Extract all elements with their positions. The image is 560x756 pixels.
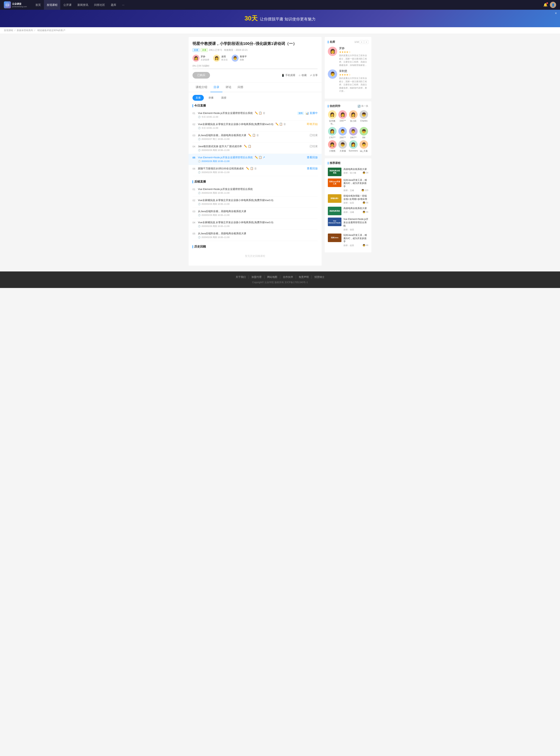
left-content: 明星中教授课，小学阶段语法100分–强化级第1讲动词（一） 直播 录播 246人… <box>188 37 322 265</box>
lesson-today-3-top: 03 从Java后端到全栈，高级电商全栈系统大课 ✏️ 📋 🗑 已结束 <box>193 134 318 137</box>
classmate-5: 👩 1767** <box>328 127 337 139</box>
future-title-5: 从Java后端到全栈，高级电商全栈系统大课 <box>198 232 318 235</box>
user-avatar[interactable]: 👤 <box>550 2 556 8</box>
lesson-icon-edit-6[interactable]: ✏️ <box>246 167 249 170</box>
tab-directory[interactable]: 目录 <box>211 83 222 92</box>
recommend-thumb-1: 高级电商全线系统 <box>328 167 341 176</box>
lesson-icon-edit-2[interactable]: ✏️ <box>275 122 279 126</box>
recommend-6[interactable]: 玩转Java 玩转Java开发工具，精通JUC，成为开发多面手 讲师：佐田 🧑 … <box>328 234 368 247</box>
history-title: 历史回顾 <box>193 245 318 248</box>
nav-news[interactable]: 新闻资讯 <box>75 0 91 10</box>
logo-sub: yunduoketang.com <box>12 6 27 7</box>
teachers-next-button[interactable]: › <box>364 40 368 44</box>
tab-intro[interactable]: 课程介绍 <box>193 83 211 92</box>
phone-watch-link[interactable]: 📱 手机观看 <box>281 74 295 77</box>
lesson-icon-delete-6[interactable]: 🗑 <box>254 167 257 170</box>
tab-comments[interactable]: 评论 <box>222 83 235 92</box>
lesson-title-2: Vue全家桶实战 从零独立开发企业级小米电商系统(免费升级Vue3.0) <box>198 123 273 126</box>
main-wrapper: 明星中教授课，小学阶段语法100分–强化级第1讲动词（一） 直播 录播 246人… <box>187 37 373 265</box>
recommend-title-3: 前端全栈加强版！前端全线+全周期+多维应用 <box>343 194 368 201</box>
footer-links: 关于我们 加盟代理 网站地图 合作伙伴 免责声明 招贤纳士 <box>4 275 556 279</box>
clock-icon-1: 🕐 <box>198 116 201 118</box>
clock-icon-2: 🕐 <box>198 127 201 129</box>
lesson-icon-copy-5[interactable]: 📋 <box>259 156 262 159</box>
footer-link-about[interactable]: 关于我们 <box>233 275 249 279</box>
lesson-icon-delete-2[interactable]: 🗑 <box>283 122 286 126</box>
nav-open[interactable]: 公开课 <box>61 0 74 10</box>
classmate-name-11: Summers <box>348 150 358 152</box>
nav-problems[interactable]: 题库 <box>108 0 119 10</box>
footer-link-sitemap[interactable]: 网站地图 <box>264 275 280 279</box>
breadcrumb-discover[interactable]: 发现课程 <box>4 29 13 32</box>
lesson-icon-copy-1[interactable]: 📋 <box>259 112 262 115</box>
recommend-2[interactable]: 玩转Java开发工具 玩转Java开发工具，精通JUC，成为开发多面手 讲师：王… <box>328 179 368 192</box>
recommend-3[interactable]: 前端全栈+ 前端全栈加强版！前端全线+全周期+多维应用 讲师：佐田 🧑 56 <box>328 194 368 204</box>
lesson-status-5[interactable]: 查看回放 <box>307 156 318 159</box>
tab-qa[interactable]: 问答 <box>235 83 246 92</box>
lesson-icon-copy-6[interactable]: 📋 <box>250 167 253 170</box>
recommend-5[interactable]: Vue Element+Node Vue Element+Node.js开发企业… <box>328 218 368 231</box>
lesson-meta-2: Vue全家桶实战 从零独立开发企业级小米电商系统(免费升级Vue3.0) ✏️ … <box>198 122 305 126</box>
lesson-time-1: 🕐 今日 10:00–11:00 <box>198 116 318 118</box>
nav-home[interactable]: 首页 <box>33 0 43 10</box>
future-time-1: 🕐 2020/02/26 周四 10:00–11:00 <box>198 192 318 195</box>
nav-qa[interactable]: 问答社区 <box>92 0 108 10</box>
classmates-switch-button[interactable]: 🔄 换一换 <box>358 104 368 108</box>
recommend-title-1: 高级电商全线系统大课 <box>343 167 368 171</box>
recommend-info-3: 前端全栈加强版！前端全线+全周期+多维应用 讲师：佐田 🧑 56 <box>343 194 368 204</box>
banner-close-button[interactable]: × <box>555 11 557 15</box>
lesson-icon-copy-3[interactable]: 📋 <box>252 134 256 137</box>
lesson-icon-delete-1[interactable]: 🗑 <box>263 112 265 115</box>
lesson-icon-edit-5[interactable]: ✏️ <box>255 156 258 159</box>
footer-link-partner[interactable]: 合作伙伴 <box>280 275 296 279</box>
breadcrumb-category[interactable]: 新媒体营销系列 <box>17 29 33 32</box>
share-link[interactable]: ↗ 分享 <box>310 74 318 77</box>
recommend-title-5: Vue Element+Node.js开发企业通用管理后台系统 <box>343 218 368 227</box>
share-label: 分享 <box>313 74 318 77</box>
classmate-name-3: 张小田 <box>350 120 356 122</box>
logo[interactable]: 云朵 云朵课堂 yunduoketang.com <box>4 1 27 8</box>
recommend-4[interactable]: 高级电商系统 高级电商全线系统大课 讲师：冷峰 🧑 46 <box>328 207 368 215</box>
lesson-icon-share-5[interactable]: ↗ <box>263 156 265 159</box>
sub-tab-record[interactable]: 录播 <box>205 95 217 101</box>
lesson-time-4: 🕐 2020/02/26 周四 10:00–11:00 <box>198 149 318 152</box>
teacher-desc-2: 国内某重点大学安全工程专业硕士，国家一级注册消防工程师、注册安全工程师、高级注册… <box>339 77 368 93</box>
lesson-icon-edit-3[interactable]: ✏️ <box>248 134 252 137</box>
recommend-1[interactable]: 高级电商全线系统 高级电商全线系统大课 讲师：张小锋 🧑 34 <box>328 167 368 176</box>
course-tabs: 课程介绍 目录 评论 问答 <box>188 83 322 92</box>
classmates-card: 你的同学 🔄 换一换 👩 化学教书... 👩 1567** 👩 <box>325 101 372 156</box>
footer-link-disclaimer[interactable]: 免责声明 <box>296 275 312 279</box>
sub-tab-live[interactable]: 直播 <box>193 95 204 101</box>
recommend-students-2: 🧑 123 <box>361 189 368 192</box>
future-time-2: 🕐 2020/02/26 周四 10:00–11:00 <box>198 203 318 205</box>
lesson-num-4: 04 <box>193 145 196 148</box>
sub-tab-class[interactable]: 面授 <box>218 95 229 101</box>
lesson-status-6[interactable]: 查看回放 <box>307 167 318 170</box>
classmate-avatar-11: 👩 <box>349 140 358 149</box>
title-bar-classmates <box>328 105 328 107</box>
lesson-icon-copy-4[interactable]: 📋 <box>248 145 251 148</box>
classmate-7: 👨 1867** <box>348 127 358 139</box>
notification-bell[interactable]: 🔔 <box>543 3 547 7</box>
purchased-button[interactable]: 已购买 <box>193 72 210 79</box>
classmate-name-4: Charles <box>360 120 367 122</box>
footer-link-recruit[interactable]: 招贤纳士 <box>312 275 327 279</box>
classmate-avatar-9: 👧 <box>328 140 337 149</box>
lesson-icon-edit-1[interactable]: ✏️ <box>255 112 258 115</box>
recommend-meta-2: 讲师：王峰 🧑 123 <box>343 189 368 192</box>
teachers-prev-button[interactable]: ‹ <box>360 40 364 44</box>
clock-icon-3: 🕐 <box>198 138 201 140</box>
lesson-today-1: 01 Vue Element+Node.js开发企业通用管理后台系统 ✏️ 📋 … <box>193 110 318 121</box>
lesson-icon-edit-4[interactable]: ✏️ <box>244 145 247 148</box>
tag-live: 直播 <box>193 48 200 52</box>
banner-text: 30天 让你摆脱平庸 知识使你更有魅力 <box>244 14 315 23</box>
nav-more[interactable]: ··· <box>119 0 127 10</box>
action-links: 📱 手机观看 ☆ 收藏 ↗ 分享 <box>281 74 318 77</box>
classmate-name-12: qq_天蓬 <box>360 150 368 153</box>
collect-link[interactable]: ☆ 收藏 <box>298 74 307 77</box>
lesson-meta-3: 从Java后端到全栈，高级电商全栈系统大课 ✏️ 📋 🗑 <box>198 134 308 137</box>
lesson-icon-delete-3[interactable]: 🗑 <box>256 134 259 137</box>
lesson-icon-copy-2[interactable]: 📋 <box>279 122 282 126</box>
footer-link-agent[interactable]: 加盟代理 <box>249 275 264 279</box>
nav-discover[interactable]: 发现课程 <box>44 0 60 10</box>
